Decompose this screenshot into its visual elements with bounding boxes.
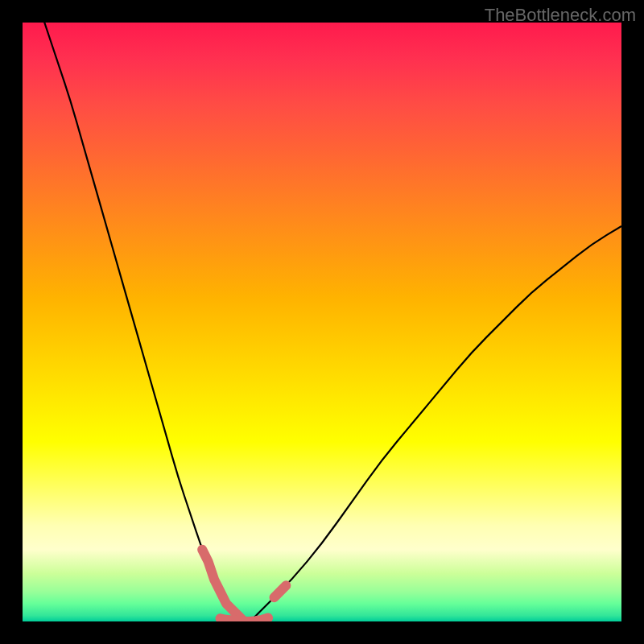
bottleneck-curve-line: [23, 23, 621, 621]
highlight-left-segment: [202, 550, 244, 621]
watermark-text: TheBottleneck.com: [485, 5, 636, 26]
chart-plot-area: [23, 23, 621, 621]
chart-svg: [23, 23, 621, 621]
highlight-right-segment: [274, 585, 286, 597]
highlight-bottom-segment: [221, 618, 269, 621]
